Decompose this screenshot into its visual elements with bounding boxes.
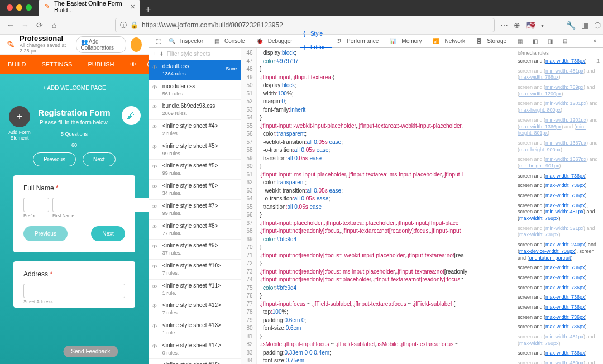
chevron-down-icon[interactable]: ▾ — [541, 22, 544, 28]
css-file-item[interactable]: 👁<inline style sheet #14>0 rules. — [149, 339, 241, 360]
pocket-icon[interactable]: ⊕ — [514, 21, 520, 30]
info-icon[interactable]: ⓘ — [120, 21, 127, 30]
settings-icon[interactable]: 🔧 — [566, 21, 576, 30]
css-file-item[interactable]: 👁moodular.css561 rules. — [149, 80, 241, 100]
eye-icon[interactable]: 👁 — [152, 123, 157, 131]
eye-icon[interactable]: 👁 — [152, 103, 157, 111]
filter-input[interactable]: Filter style sheets — [167, 51, 210, 57]
media-rule[interactable]: screen and (min-width: 480px) and (max-h… — [518, 360, 600, 364]
dt-options1-icon[interactable]: ◧ — [529, 38, 541, 44]
tab-close-icon[interactable]: × — [131, 2, 135, 11]
add-welcome-button[interactable]: + ADD WELCOME PAGE — [0, 85, 149, 91]
css-file-item[interactable]: 👁<inline style sheet #5>99 rules. — [149, 140, 241, 160]
dt-options2-icon[interactable]: ◨ — [544, 38, 556, 44]
preview-icon[interactable]: 👁 — [122, 61, 144, 68]
eye-icon[interactable]: 👁 — [152, 163, 157, 170]
media-rule[interactable]: screen and (min-width: 481px) and (max-w… — [518, 68, 600, 81]
media-rule[interactable]: screen and (max-width: 736px) — [518, 183, 600, 189]
eye-icon[interactable]: 👁 — [152, 183, 157, 190]
media-rule[interactable]: screen and (max-width: 736px) — [518, 275, 600, 281]
add-element-button[interactable]: + — [9, 106, 30, 127]
prev-button[interactable]: Previous — [33, 152, 76, 166]
window-min-icon[interactable] — [16, 4, 22, 11]
dt-tab-memory[interactable]: 📊 Memory — [386, 38, 428, 44]
media-rule[interactable]: screen and (min-width: 769px) and (max-w… — [518, 84, 600, 97]
dt-responsive-icon[interactable]: ▦ — [514, 38, 526, 44]
shield-icon[interactable]: ⬡ — [594, 21, 601, 30]
eye-icon[interactable]: 👁 — [152, 223, 157, 231]
css-file-item[interactable]: 👁<inline style sheet #9>37 rules. — [149, 240, 241, 260]
dt-settings-icon[interactable]: ⋯ — [574, 38, 586, 44]
dt-tab-performance[interactable]: ⏱ Performance — [333, 38, 385, 44]
dt-tab-debugger[interactable]: 🐞 Debugger — [253, 38, 299, 44]
tab-publish[interactable]: PUBLISH — [80, 61, 122, 68]
new-tab-button[interactable]: + — [140, 4, 157, 16]
dt-iframe-select-icon[interactable]: ⬚ — [152, 38, 164, 44]
dt-close-icon[interactable]: × — [590, 38, 600, 44]
eye-icon[interactable]: 👁 — [152, 263, 157, 270]
media-rule[interactable]: screen and (min-width: 1367px) and (min-… — [518, 156, 600, 169]
media-rule[interactable]: screen and (max-width: 240px) and (max-d… — [518, 242, 600, 261]
more-icon[interactable]: ⋯ — [500, 21, 508, 30]
tab-settings[interactable]: SETTINGS — [34, 61, 80, 68]
street-input[interactable] — [23, 284, 125, 298]
css-file-active[interactable]: 👁 default.css 1364 rules. Save — [149, 60, 241, 80]
form-card-fullname[interactable]: Full Name * Prefix First Name Last Name … — [13, 175, 135, 252]
css-file-item[interactable]: 👁<inline style sheet #7>99 rules. — [149, 200, 241, 220]
import-icon[interactable]: ⬇ — [159, 51, 164, 57]
media-rule[interactable]: screen and (min-width: 1201px) and (max-… — [518, 100, 600, 113]
eye-icon[interactable]: 👁 — [152, 203, 157, 210]
preview-toggle[interactable] — [147, 60, 149, 68]
prefix-input[interactable] — [23, 198, 49, 212]
css-file-item[interactable]: 👁<inline style sheet #12>7 rules. — [149, 299, 241, 319]
window-max-icon[interactable] — [26, 4, 32, 11]
media-rule[interactable]: screen and (max-width: 736px) — [518, 285, 600, 291]
card-prev-button[interactable]: Previous — [23, 226, 68, 241]
media-rule[interactable]: screen and (max-width: 736px) — [518, 314, 600, 321]
eye-icon[interactable]: 👁 — [152, 64, 157, 71]
media-rule[interactable]: screen and (min-width: 321px) and (max-w… — [518, 226, 600, 238]
save-button[interactable]: Save — [226, 66, 237, 73]
css-file-item[interactable]: 👁<inline style sheet #6>34 rules. — [149, 180, 241, 200]
css-file-item[interactable]: 👁<inline style sheet #10>7 rules. — [149, 260, 241, 280]
media-rule[interactable]: screen and (max-width: 736px) — [518, 193, 600, 199]
eye-icon[interactable]: 👁 — [152, 343, 157, 350]
add-stylesheet-icon[interactable]: + — [152, 51, 156, 57]
dt-tab-storage[interactable]: 🗄 Storage — [473, 38, 513, 44]
media-rule[interactable]: screen and (max-width: 736px), screen an… — [518, 203, 600, 222]
media-rule[interactable]: screen and (min-width: 1367px) and (max-… — [518, 140, 600, 153]
css-file-item[interactable]: 👁<inline style sheet #11>1 rule. — [149, 280, 241, 300]
dt-tab-style-editor[interactable]: { } Style Editor — [300, 35, 332, 48]
browser-tab[interactable]: ✎ The Easiest Online Form Build… × — [39, 0, 140, 16]
dt-tab-network[interactable]: 📶 Network — [429, 38, 472, 44]
css-file-item[interactable]: 👁<inline style sheet #15>0 rules. — [149, 359, 241, 364]
dt-tab-inspector[interactable]: 🔍 Inspector — [165, 38, 210, 44]
home-button[interactable]: ⌂ — [49, 21, 59, 30]
media-rule[interactable]: screen and (max-width: 736px) — [518, 265, 600, 271]
css-file-item[interactable]: 👁<inline style sheet #5>99 rules. — [149, 160, 241, 180]
reload-button[interactable]: ⟳ — [35, 21, 45, 30]
css-file-item[interactable]: 👁<inline style sheet #4>2 rules. — [149, 120, 241, 140]
eye-icon[interactable]: 👁 — [152, 323, 157, 330]
eye-icon[interactable]: 👁 — [152, 243, 157, 250]
eye-icon[interactable]: 👁 — [152, 303, 157, 310]
eye-icon[interactable]: 👁 — [152, 283, 157, 290]
css-file-item[interactable]: 👁bundle.6b9edc93.css2869 rules. — [149, 100, 241, 120]
form-card-address[interactable]: Address * Street Address — [13, 261, 135, 308]
media-rule[interactable]: screen and (min-width: 481px) and (max-w… — [518, 334, 600, 347]
eye-icon[interactable]: 👁 — [152, 143, 157, 151]
card-next-button[interactable]: Next — [91, 226, 125, 241]
back-button[interactable]: ← — [6, 21, 16, 30]
css-file-item[interactable]: 👁<inline style sheet #13>1 rule. — [149, 319, 241, 339]
dt-dock-icon[interactable]: ⊟ — [559, 38, 571, 44]
media-rule[interactable]: screen and (min-width: 1201px) and (max-… — [518, 117, 600, 137]
media-rule[interactable]: screen and (max-width: 736px) — [518, 173, 600, 180]
firstname-input[interactable] — [52, 198, 149, 212]
window-close-icon[interactable] — [7, 4, 13, 11]
eye-icon[interactable]: 👁 — [152, 84, 157, 91]
avatar[interactable] — [131, 37, 142, 52]
media-rule[interactable]: screen and (max-width: 736px):1 — [518, 58, 600, 65]
paint-button[interactable]: 🖌 — [122, 106, 141, 125]
media-rule[interactable]: screen and (max-width: 736px) — [518, 304, 600, 311]
library-icon[interactable]: ▥ — [581, 21, 588, 30]
